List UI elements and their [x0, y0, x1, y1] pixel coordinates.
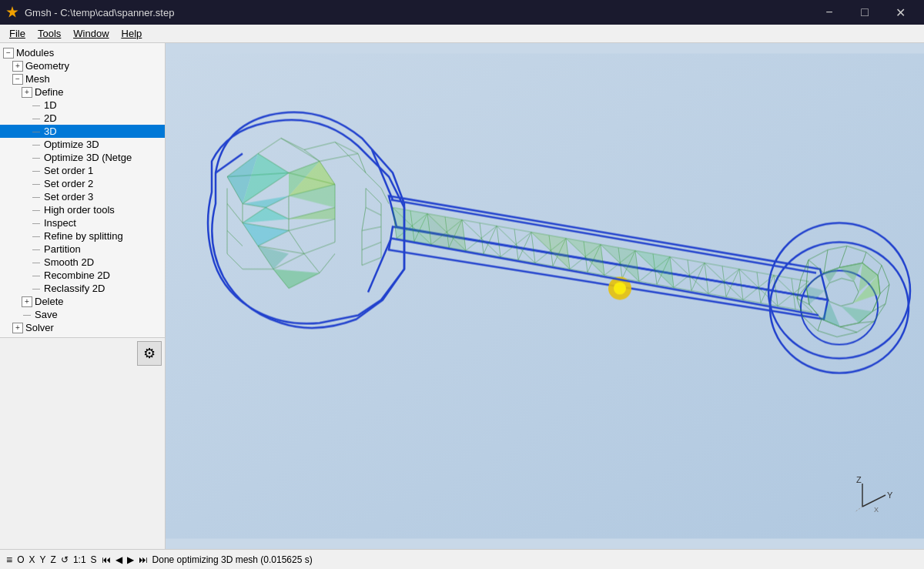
- status-s[interactable]: S: [91, 554, 97, 565]
- menubar: FileToolsWindowHelp: [0, 25, 924, 43]
- sidebar-item-set-order-1[interactable]: Set order 1: [0, 164, 165, 177]
- expand-icon-define[interactable]: +: [22, 87, 32, 98]
- sidebar-label-inspect: Inspect: [44, 217, 76, 229]
- svg-line-244: [855, 507, 862, 512]
- menu-help[interactable]: Help: [116, 26, 149, 41]
- settings-button[interactable]: ⚙: [137, 341, 162, 366]
- sidebar-label-3d: 3D: [44, 126, 57, 137]
- svg-text:Z: Z: [856, 475, 862, 484]
- sidebar-item-recombine-2d[interactable]: Recombine 2D: [0, 269, 165, 282]
- titlebar: Gmsh - C:\temp\cad\spanner.step − □ ✕: [0, 0, 924, 25]
- statusbar: ≡ O X Y Z ↺ 1:1 S ⏮ ◀ ▶ ⏭ Done optimizin…: [0, 549, 924, 569]
- menu-file[interactable]: File: [3, 26, 32, 41]
- dash-icon-recombine-2d: [31, 270, 42, 281]
- sidebar-item-solver[interactable]: +Solver: [0, 321, 165, 334]
- dash-icon-reclassify-2d: [31, 283, 42, 294]
- nav-first[interactable]: ⏮: [102, 554, 111, 565]
- sidebar-label-optimize3d: Optimize 3D: [44, 139, 99, 150]
- dash-icon-set-order-3: [31, 192, 42, 202]
- sidebar-label-geometry: Geometry: [25, 60, 69, 72]
- nav-next[interactable]: ▶: [127, 554, 134, 565]
- sidebar-item-1d[interactable]: 1D: [0, 99, 165, 112]
- sidebar-label-refine-by-splitting: Refine by splitting: [44, 230, 123, 242]
- sidebar-item-modules[interactable]: −Modules: [0, 46, 165, 59]
- main-area: −Modules+Geometry−Mesh+Define1D2D3DOptim…: [0, 43, 924, 549]
- sidebar-label-solver: Solver: [25, 322, 54, 333]
- sidebar-label-set-order-2: Set order 2: [44, 178, 93, 189]
- dash-icon-save: [22, 310, 32, 320]
- sidebar-label-save: Save: [35, 309, 58, 320]
- sidebar-item-save[interactable]: Save: [0, 308, 165, 321]
- sidebar-bottom: ⚙: [0, 337, 165, 369]
- sidebar-label-set-order-1: Set order 1: [44, 165, 93, 176]
- maximize-button[interactable]: □: [847, 0, 882, 25]
- sidebar: −Modules+Geometry−Mesh+Define1D2D3DOptim…: [0, 43, 166, 337]
- axes-indicator: Y Z X: [847, 472, 893, 518]
- sidebar-label-partition: Partition: [44, 243, 81, 255]
- sidebar-label-smooth-2d: Smooth 2D: [44, 256, 94, 268]
- svg-line-239: [862, 495, 886, 507]
- status-o[interactable]: O: [17, 554, 24, 565]
- sidebar-label-high-order-tools: High order tools: [44, 204, 115, 216]
- wrench-visualization: [166, 43, 924, 549]
- sidebar-item-high-order-tools[interactable]: High order tools: [0, 203, 165, 216]
- sidebar-label-define: Define: [35, 86, 64, 98]
- expand-icon-delete[interactable]: +: [22, 296, 32, 307]
- dash-icon-smooth-2d: [31, 257, 42, 268]
- sidebar-item-define[interactable]: +Define: [0, 85, 165, 99]
- svg-text:X: X: [874, 506, 879, 514]
- sidebar-label-recombine-2d: Recombine 2D: [44, 269, 110, 281]
- expand-icon-geometry[interactable]: +: [12, 61, 23, 72]
- sidebar-item-reclassify-2d[interactable]: Reclassify 2D: [0, 282, 165, 295]
- sidebar-item-geometry[interactable]: +Geometry: [0, 59, 165, 72]
- nav-prev[interactable]: ◀: [116, 554, 122, 565]
- sidebar-item-partition[interactable]: Partition: [0, 243, 165, 256]
- sidebar-item-inspect[interactable]: Inspect: [0, 216, 165, 229]
- titlebar-left: Gmsh - C:\temp\cad\spanner.step: [6, 6, 174, 18]
- expand-icon-modules[interactable]: −: [3, 48, 14, 59]
- minimize-button[interactable]: −: [812, 0, 847, 25]
- sidebar-item-mesh[interactable]: −Mesh: [0, 72, 165, 85]
- sidebar-item-set-order-2[interactable]: Set order 2: [0, 177, 165, 190]
- sidebar-item-optimize3d[interactable]: Optimize 3D: [0, 138, 165, 151]
- sidebar-item-refine-by-splitting[interactable]: Refine by splitting: [0, 229, 165, 243]
- sidebar-item-2d[interactable]: 2D: [0, 112, 165, 125]
- dash-icon-refine-by-splitting: [31, 231, 42, 242]
- status-y[interactable]: Y: [40, 554, 46, 565]
- sidebar-label-reclassify-2d: Reclassify 2D: [44, 283, 105, 294]
- dash-icon-high-order-tools: [31, 205, 42, 216]
- sidebar-label-delete: Delete: [35, 296, 64, 307]
- menu-window[interactable]: Window: [67, 26, 115, 41]
- dash-icon-1d: [31, 100, 42, 111]
- dash-icon-set-order-1: [31, 166, 42, 176]
- menu-icon[interactable]: ≡: [6, 554, 12, 566]
- sidebar-item-delete[interactable]: +Delete: [0, 295, 165, 308]
- titlebar-title: Gmsh - C:\temp\cad\spanner.step: [25, 7, 174, 18]
- status-x[interactable]: X: [29, 554, 35, 565]
- status-scale[interactable]: 1:1: [73, 554, 86, 565]
- sidebar-item-set-order-3[interactable]: Set order 3: [0, 190, 165, 203]
- nav-last[interactable]: ⏭: [139, 554, 148, 565]
- close-button[interactable]: ✕: [882, 0, 918, 25]
- sidebar-label-modules: Modules: [16, 47, 54, 59]
- dash-icon-optimize3d-netgen: [31, 152, 42, 163]
- dash-icon-inspect: [31, 218, 42, 229]
- sidebar-item-smooth-2d[interactable]: Smooth 2D: [0, 256, 165, 269]
- status-rotate[interactable]: ↺: [61, 554, 69, 565]
- sidebar-label-mesh: Mesh: [25, 73, 50, 85]
- gmsh-icon: [6, 6, 18, 18]
- sidebar-item-optimize3d-netgen[interactable]: Optimize 3D (Netge: [0, 151, 165, 164]
- menu-tools[interactable]: Tools: [32, 26, 67, 41]
- sidebar-label-2d: 2D: [44, 112, 57, 124]
- expand-icon-solver[interactable]: +: [12, 323, 23, 333]
- dash-icon-2d: [31, 113, 42, 124]
- sidebar-label-optimize3d-netgen: Optimize 3D (Netge: [44, 152, 132, 163]
- svg-text:Y: Y: [887, 490, 893, 500]
- sidebar-label-1d: 1D: [44, 99, 57, 111]
- svg-point-151: [614, 283, 626, 295]
- expand-icon-mesh[interactable]: −: [12, 74, 23, 85]
- status-z[interactable]: Z: [51, 554, 56, 565]
- dash-icon-partition: [31, 244, 42, 255]
- sidebar-item-3d[interactable]: 3D: [0, 125, 165, 138]
- viewport[interactable]: Y Z X: [166, 43, 924, 549]
